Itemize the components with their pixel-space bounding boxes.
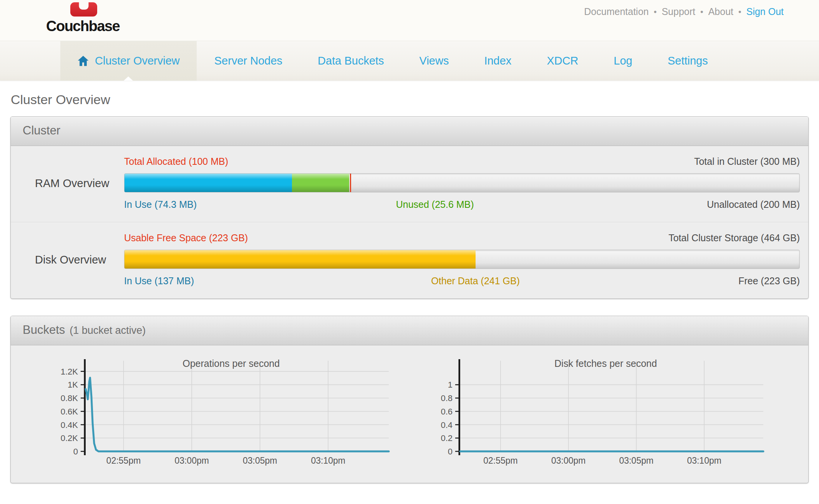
disk-fetches-per-second-chart: 10.80.60.40.2002:55pm03:00pm03:05pm03:10… [424,355,771,474]
svg-text:0: 0 [448,447,453,456]
svg-text:03:05pm: 03:05pm [619,456,654,466]
svg-text:1: 1 [448,380,453,390]
home-icon [77,55,89,66]
disk-top-labels: Usable Free Space (223 GB) Total Cluster… [124,232,800,244]
tab-label: Data Buckets [318,55,384,67]
bar-segment-in-use-plus-other [124,250,476,269]
disk-in-use-label: In Use (137 MB) [124,275,194,286]
disk-overview-row: Disk Overview Usable Free Space (223 GB)… [11,222,808,298]
ram-usage-bar [124,173,800,192]
ram-bottom-labels: In Use (74.3 MB) Unused (25.6 MB) Unallo… [124,199,800,211]
disk-overview-body: Usable Free Space (223 GB) Total Cluster… [124,232,800,287]
tab-settings[interactable]: Settings [650,41,726,81]
ram-overview-body: Total Allocated (100 MB) Total in Cluste… [124,156,800,211]
tab-label: Log [614,55,632,67]
operations-per-second-chart: 1.2K1K0.8K0.6K0.4K0.2K002:55pm03:00pm03:… [49,355,397,474]
app-header: Couchbase Documentation • Support • Abou… [0,0,819,41]
tab-label: Views [419,55,449,67]
bar-segment-unused [292,174,349,192]
cluster-panel-title: Cluster [23,124,60,138]
svg-text:0.8K: 0.8K [61,393,78,403]
couchbase-logo-text: Couchbase [46,18,131,35]
cluster-panel-header: Cluster [11,117,808,146]
svg-text:0: 0 [73,447,78,456]
svg-text:0.4K: 0.4K [61,420,78,430]
ram-overview-label: RAM Overview [11,177,124,190]
couchbase-logo: Couchbase [46,2,131,35]
buckets-panel-subtitle: (1 bucket active) [70,325,146,337]
buckets-panel-title: Buckets [23,323,65,337]
page-title: Cluster Overview [11,92,809,107]
ram-unused-label: Unused (25.6 MB) [396,199,474,210]
main-content: Cluster Overview Cluster RAM Overview To… [0,92,819,483]
bar-segment-in-use [124,174,292,192]
svg-text:Disk fetches per second: Disk fetches per second [554,358,657,369]
sign-out-link[interactable]: Sign Out [746,6,784,17]
tab-views[interactable]: Views [402,41,467,81]
disk-usage-bar [124,250,800,269]
ram-total-in-cluster-label: Total in Cluster (300 MB) [694,156,800,167]
bar-quota-marker [350,174,351,192]
ram-unallocated-label: Unallocated (200 MB) [707,199,800,210]
link-separator: • [738,7,741,17]
disk-other-data-label: Other Data (241 GB) [431,275,520,287]
svg-text:0.6: 0.6 [441,407,453,416]
header-links: Documentation • Support • About • Sign O… [584,6,784,17]
buckets-panel: Buckets (1 bucket active) 1.2K1K0.8K0.6K… [10,316,809,483]
svg-text:02:55pm: 02:55pm [483,456,518,466]
ram-overview-row: RAM Overview Total Allocated (100 MB) To… [11,146,808,222]
buckets-charts: 1.2K1K0.8K0.6K0.4K0.2K002:55pm03:00pm03:… [11,345,808,483]
ram-total-allocated-label: Total Allocated (100 MB) [124,156,228,167]
support-link[interactable]: Support [662,6,695,17]
cluster-panel: Cluster RAM Overview Total Allocated (10… [10,116,809,299]
couchbase-logo-icon [70,2,97,17]
svg-text:03:05pm: 03:05pm [243,456,277,466]
svg-text:1.2K: 1.2K [61,367,78,376]
tab-label: XDCR [547,55,578,67]
tab-label: Index [484,55,511,67]
link-separator: • [654,7,657,17]
tab-xdcr[interactable]: XDCR [529,41,596,81]
disk-bottom-labels: In Use (137 MB) Other Data (241 GB) Free… [124,275,800,287]
svg-text:0.6K: 0.6K [61,407,78,416]
tab-data-buckets[interactable]: Data Buckets [300,41,401,81]
disk-total-storage-label: Total Cluster Storage (464 GB) [668,232,800,244]
tab-label: Server Nodes [214,55,282,67]
documentation-link[interactable]: Documentation [584,6,649,17]
tab-server-nodes[interactable]: Server Nodes [197,41,300,81]
svg-text:0.2K: 0.2K [61,433,78,443]
svg-text:03:00pm: 03:00pm [551,456,586,466]
tab-label: Cluster Overview [95,55,180,67]
svg-text:03:10pm: 03:10pm [311,456,345,466]
tab-label: Settings [668,55,708,67]
about-link[interactable]: About [708,6,733,17]
svg-text:03:00pm: 03:00pm [174,456,209,466]
svg-text:03:10pm: 03:10pm [687,456,721,466]
disk-overview-label: Disk Overview [11,254,124,266]
svg-text:02:55pm: 02:55pm [106,456,141,466]
ram-in-use-label: In Use (74.3 MB) [124,199,197,210]
tab-cluster-overview[interactable]: Cluster Overview [60,41,197,81]
svg-text:0.4: 0.4 [441,420,453,430]
disk-free-label: Free (223 GB) [738,275,800,287]
buckets-panel-header: Buckets (1 bucket active) [11,316,808,345]
main-navbar: Cluster Overview Server Nodes Data Bucke… [0,41,819,81]
svg-text:0.2: 0.2 [441,433,453,443]
tab-index[interactable]: Index [466,41,529,81]
svg-text:1K: 1K [68,380,78,390]
svg-text:Operations per second: Operations per second [182,358,280,369]
ram-top-labels: Total Allocated (100 MB) Total in Cluste… [124,156,800,167]
tab-log[interactable]: Log [596,41,650,81]
disk-usable-free-space-label: Usable Free Space (223 GB) [124,232,248,244]
link-separator: • [700,7,703,17]
svg-text:0.8: 0.8 [441,393,453,403]
